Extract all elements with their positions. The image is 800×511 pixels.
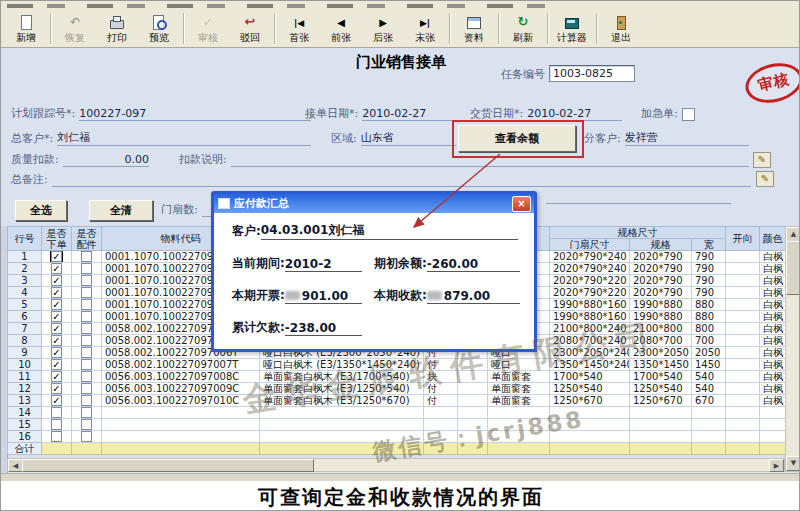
toolbar-button-calc[interactable]: 计算器 bbox=[551, 10, 593, 46]
ordered-cell[interactable]: ✓ bbox=[42, 335, 72, 347]
color-cell[interactable]: 白枫 bbox=[760, 311, 786, 323]
leaf-cell[interactable]: 1990*880*160 bbox=[550, 299, 630, 311]
width-cell[interactable]: 790 bbox=[692, 251, 726, 263]
toolbar-button-preview[interactable]: 预览 bbox=[138, 10, 180, 46]
spec-cell[interactable]: 2020*790 bbox=[630, 287, 692, 299]
ordered-checkbox[interactable]: ✓ bbox=[51, 323, 62, 334]
toolbar-button-last[interactable]: 末张 bbox=[404, 10, 446, 46]
ordered-cell[interactable]: ✓ bbox=[42, 395, 72, 407]
open-cell[interactable] bbox=[726, 275, 760, 287]
open-cell[interactable] bbox=[726, 359, 760, 371]
width-cell[interactable]: 800 bbox=[692, 323, 726, 335]
leaf-cell[interactable]: 1250*670 bbox=[550, 395, 630, 407]
accessory-checkbox[interactable] bbox=[81, 335, 92, 346]
vertical-scrollbar[interactable]: ▲ ▼ bbox=[785, 226, 800, 472]
order-date-input[interactable]: 2010-02-27 bbox=[362, 107, 457, 121]
plan-no-input[interactable]: 100227-097 bbox=[79, 107, 311, 121]
open-cell[interactable] bbox=[726, 431, 760, 443]
open-cell[interactable] bbox=[726, 287, 760, 299]
accessory-cell[interactable] bbox=[72, 431, 102, 443]
deduct-note-edit-button[interactable]: ✎ bbox=[753, 152, 771, 168]
toolbar-button-prev[interactable]: 前张 bbox=[320, 10, 362, 46]
spec-cell[interactable]: 1250*540 bbox=[630, 383, 692, 395]
remark-input[interactable] bbox=[52, 186, 751, 187]
ordered-checkbox[interactable]: ✓ bbox=[51, 287, 62, 298]
accessory-checkbox[interactable] bbox=[81, 371, 92, 382]
accessory-cell[interactable] bbox=[72, 299, 102, 311]
width-cell[interactable]: 790 bbox=[692, 263, 726, 275]
ordered-checkbox[interactable]: ✓ bbox=[51, 251, 62, 262]
width-cell[interactable]: 790 bbox=[692, 287, 726, 299]
width-cell[interactable] bbox=[692, 407, 726, 419]
open-cell[interactable] bbox=[726, 311, 760, 323]
accessory-checkbox[interactable] bbox=[81, 383, 92, 394]
color-cell[interactable] bbox=[760, 407, 786, 419]
accessory-cell[interactable] bbox=[72, 347, 102, 359]
accessory-cell[interactable] bbox=[72, 263, 102, 275]
ordered-cell[interactable] bbox=[42, 407, 72, 419]
color-cell[interactable] bbox=[760, 419, 786, 431]
task-no-field[interactable]: 1003-0825 bbox=[549, 65, 635, 82]
ordered-cell[interactable]: ✓ bbox=[42, 371, 72, 383]
ordered-checkbox[interactable]: ✓ bbox=[51, 275, 62, 286]
open-cell[interactable] bbox=[726, 347, 760, 359]
color-cell[interactable]: 白枫 bbox=[760, 371, 786, 383]
ordered-checkbox[interactable]: ✓ bbox=[51, 299, 62, 310]
toolbar-button-printer[interactable]: 打印 bbox=[96, 10, 138, 46]
toolbar-button-new[interactable]: 新增 bbox=[5, 10, 47, 46]
accessory-checkbox[interactable] bbox=[81, 359, 92, 370]
ordered-checkbox[interactable]: ✓ bbox=[51, 335, 62, 346]
code-cell[interactable] bbox=[102, 407, 260, 419]
toolbar-button-data[interactable]: 资料 bbox=[453, 10, 495, 46]
scroll-left-arrow[interactable]: ◀ bbox=[8, 459, 23, 472]
accessory-checkbox[interactable] bbox=[81, 287, 92, 298]
accessory-cell[interactable] bbox=[72, 383, 102, 395]
ordered-cell[interactable]: ✓ bbox=[42, 275, 72, 287]
unit-cell[interactable]: 付 bbox=[424, 395, 458, 407]
color-cell[interactable]: 白枫 bbox=[760, 383, 786, 395]
accessory-checkbox[interactable] bbox=[81, 323, 92, 334]
urgent-checkbox[interactable] bbox=[682, 108, 695, 121]
accessory-cell[interactable] bbox=[72, 311, 102, 323]
spec-cell[interactable]: 1990*880 bbox=[630, 299, 692, 311]
dialog-titlebar[interactable]: 应付款汇总 bbox=[214, 194, 534, 213]
open-cell[interactable] bbox=[726, 371, 760, 383]
remark-edit-button[interactable]: ✎ bbox=[756, 171, 774, 187]
open-cell[interactable] bbox=[726, 407, 760, 419]
toolbar-button-reject[interactable]: 驳回 bbox=[229, 10, 271, 46]
open-cell[interactable] bbox=[726, 395, 760, 407]
open-cell[interactable] bbox=[726, 263, 760, 275]
toolbar-button-next[interactable]: 后张 bbox=[362, 10, 404, 46]
width-cell[interactable]: 790 bbox=[692, 275, 726, 287]
ordered-checkbox[interactable]: ✓ bbox=[51, 263, 62, 274]
color-cell[interactable]: 白枫 bbox=[760, 359, 786, 371]
leaf-cell[interactable]: 2020*790*240 bbox=[550, 263, 630, 275]
accessory-cell[interactable] bbox=[72, 275, 102, 287]
spec-cell[interactable]: 2020*790 bbox=[630, 275, 692, 287]
accessory-checkbox[interactable] bbox=[81, 263, 92, 274]
leaf-cell[interactable]: 2020*790*220 bbox=[550, 287, 630, 299]
spec-cell[interactable] bbox=[630, 419, 692, 431]
accessory-cell[interactable] bbox=[72, 371, 102, 383]
accessory-checkbox[interactable] bbox=[81, 347, 92, 358]
deduct-note-input[interactable] bbox=[231, 166, 749, 167]
ordered-checkbox[interactable]: ✓ bbox=[51, 311, 62, 322]
ordered-checkbox[interactable]: ✓ bbox=[51, 359, 62, 370]
color-cell[interactable]: 白枫 bbox=[760, 263, 786, 275]
open-cell[interactable] bbox=[726, 251, 760, 263]
accessory-cell[interactable] bbox=[72, 335, 102, 347]
blank-cell[interactable] bbox=[458, 407, 488, 419]
toolbar-button-exit[interactable]: 退出 bbox=[600, 10, 642, 46]
vscroll-thumb[interactable] bbox=[786, 241, 800, 295]
code-cell[interactable] bbox=[102, 419, 260, 431]
accessory-cell[interactable] bbox=[72, 359, 102, 371]
spec-cell[interactable] bbox=[630, 407, 692, 419]
accessory-checkbox[interactable] bbox=[81, 395, 92, 406]
name-cell[interactable] bbox=[260, 419, 424, 431]
color-cell[interactable]: 白枫 bbox=[760, 251, 786, 263]
ordered-checkbox[interactable]: ✓ bbox=[51, 371, 62, 382]
unit-cell[interactable] bbox=[424, 407, 458, 419]
width-cell[interactable]: 880 bbox=[692, 311, 726, 323]
color-cell[interactable]: 白枫 bbox=[760, 395, 786, 407]
code-cell[interactable]: 0058.002.100227097007T bbox=[102, 359, 260, 371]
